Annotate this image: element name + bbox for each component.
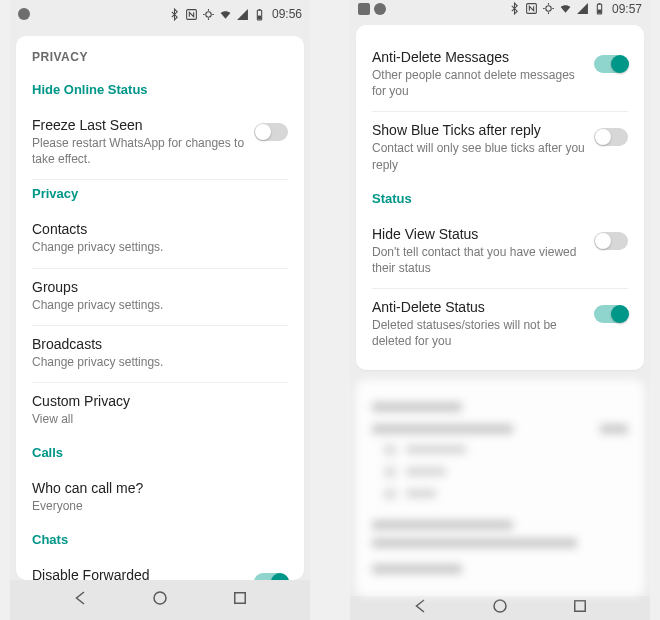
bluetooth-icon — [168, 8, 181, 21]
row-subtitle: Change privacy settings. — [32, 239, 280, 255]
row-hide-view-status[interactable]: Hide View Status Don't tell contact that… — [372, 216, 628, 289]
row-title: Groups — [32, 279, 280, 295]
row-subtitle: Other people cannot delete messages for … — [372, 67, 586, 99]
row-subtitle: Deleted statuses/stories will not be del… — [372, 317, 586, 349]
nav-home-icon[interactable] — [151, 589, 169, 611]
signal-icon — [576, 2, 589, 15]
blurred-card — [356, 380, 644, 596]
status-bar: 09:57 — [350, 0, 650, 17]
row-title: Custom Privacy — [32, 393, 280, 409]
row-contacts[interactable]: Contacts Change privacy settings. — [32, 211, 288, 268]
section-chats: Chats — [32, 532, 288, 547]
row-anti-delete-messages[interactable]: Anti-Delete Messages Other people cannot… — [372, 39, 628, 112]
row-title: Anti-Delete Messages — [372, 49, 586, 65]
svg-point-5 — [154, 592, 166, 604]
nav-back-icon[interactable] — [72, 589, 90, 611]
row-subtitle: Don't tell contact that you have viewed … — [372, 244, 586, 276]
settings-card: Anti-Delete Messages Other people cannot… — [356, 25, 644, 370]
row-title: Who can call me? — [32, 480, 280, 496]
row-subtitle: View all — [32, 411, 280, 427]
row-title: Freeze Last Seen — [32, 117, 246, 133]
battery-icon — [593, 2, 606, 15]
row-title: Hide View Status — [372, 226, 586, 242]
vibrate-icon — [542, 2, 555, 15]
row-subtitle: Everyone — [32, 498, 280, 514]
toggle-anti-delete-messages[interactable] — [594, 55, 628, 73]
nav-back-icon[interactable] — [412, 597, 430, 619]
notif-dot-icon — [18, 8, 30, 20]
nfc-icon — [185, 8, 198, 21]
nfc-icon — [525, 2, 538, 15]
row-broadcasts[interactable]: Broadcasts Change privacy settings. — [32, 326, 288, 383]
toggle-blue-ticks[interactable] — [594, 128, 628, 146]
row-freeze-last-seen[interactable]: Freeze Last Seen Please restart WhatsApp… — [32, 107, 288, 180]
clock: 09:57 — [612, 2, 642, 16]
signal-icon — [236, 8, 249, 21]
row-subtitle: Change privacy settings. — [32, 354, 280, 370]
row-title: Anti-Delete Status — [372, 299, 586, 315]
svg-point-8 — [546, 6, 551, 11]
row-anti-delete-status[interactable]: Anti-Delete Status Deleted statuses/stor… — [372, 289, 628, 361]
svg-rect-13 — [574, 601, 585, 612]
svg-rect-4 — [258, 15, 261, 19]
wifi-icon — [219, 8, 232, 21]
notif-dot-icon — [374, 3, 386, 15]
row-blue-ticks[interactable]: Show Blue Ticks after reply Contact will… — [372, 112, 628, 184]
wifi-icon — [559, 2, 572, 15]
svg-point-1 — [206, 11, 211, 16]
svg-point-12 — [494, 600, 506, 612]
nav-bar — [350, 596, 650, 620]
toggle-hide-view-status[interactable] — [594, 232, 628, 250]
toggle-freeze-last-seen[interactable] — [254, 123, 288, 141]
status-bar: 09:56 — [10, 0, 310, 28]
row-subtitle: Change privacy settings. — [32, 297, 280, 313]
image-notif-icon — [358, 3, 370, 15]
section-hide-online: Hide Online Status — [32, 82, 288, 97]
phone-right: 09:57 Anti-Delete Messages Other people … — [350, 0, 650, 620]
page-title: PRIVACY — [32, 50, 288, 64]
row-who-can-call[interactable]: Who can call me? Everyone — [32, 470, 288, 526]
svg-rect-6 — [234, 593, 245, 604]
nav-home-icon[interactable] — [491, 597, 509, 619]
svg-rect-11 — [598, 10, 601, 14]
row-custom-privacy[interactable]: Custom Privacy View all — [32, 383, 288, 439]
row-subtitle: Contact will only see blue ticks after y… — [372, 140, 586, 172]
toggle-anti-delete-status[interactable] — [594, 305, 628, 323]
toggle-disable-forwarded[interactable] — [254, 573, 288, 580]
row-title: Disable Forwarded — [32, 567, 246, 580]
row-disable-forwarded[interactable]: Disable Forwarded Allows you to re-send … — [32, 557, 288, 580]
settings-card: PRIVACY Hide Online Status Freeze Last S… — [16, 36, 304, 580]
svg-rect-3 — [258, 9, 260, 10]
nav-recent-icon[interactable] — [571, 597, 589, 619]
clock: 09:56 — [272, 7, 302, 21]
row-groups[interactable]: Groups Change privacy settings. — [32, 269, 288, 326]
row-title: Broadcasts — [32, 336, 280, 352]
battery-icon — [253, 8, 266, 21]
vibrate-icon — [202, 8, 215, 21]
row-title: Contacts — [32, 221, 280, 237]
phone-left: 09:56 PRIVACY Hide Online Status Freeze … — [10, 0, 310, 620]
nav-recent-icon[interactable] — [231, 589, 249, 611]
section-calls: Calls — [32, 445, 288, 460]
nav-bar — [10, 580, 310, 620]
svg-rect-10 — [598, 3, 600, 4]
bluetooth-icon — [508, 2, 521, 15]
section-privacy: Privacy — [32, 186, 288, 201]
row-title: Show Blue Ticks after reply — [372, 122, 586, 138]
section-status: Status — [372, 191, 628, 206]
row-subtitle: Please restart WhatsApp for changes to t… — [32, 135, 246, 167]
